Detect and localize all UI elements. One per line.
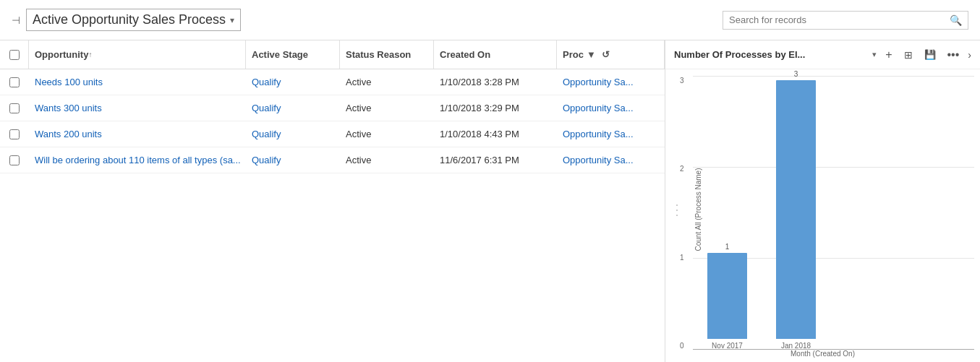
y-tick-3: 3: [680, 77, 684, 85]
created-on-cell: 1/10/2018 3:28 PM: [434, 69, 557, 95]
bar-group-jan2018: 3 Jan 2018: [776, 70, 816, 350]
process-link[interactable]: Opportunity Sa...: [563, 77, 634, 87]
bar-nov2017: [707, 253, 747, 339]
bar-value-jan2018: 3: [794, 70, 798, 78]
bar-value-nov2017: 1: [725, 243, 730, 251]
created-on-cell: 11/6/2017 6:31 PM: [434, 147, 557, 173]
bar-label-jan2018: Jan 2018: [781, 342, 811, 350]
active-stage-link[interactable]: Qualify: [252, 155, 281, 165]
checkbox-header: [0, 40, 29, 69]
y-tick-1: 1: [680, 254, 684, 262]
opportunity-cell: Will be ordering about 110 items of all …: [29, 147, 246, 173]
main-content: Opportunity ↑ Active Stage Status Reason…: [0, 40, 980, 362]
created-on-value: 1/10/2018 4:43 PM: [440, 129, 519, 139]
opportunity-column-header[interactable]: Opportunity ↑: [29, 40, 246, 69]
chart-layout-button[interactable]: ⊞: [901, 48, 916, 62]
bar-label-nov2017: Nov 2017: [712, 342, 743, 350]
x-axis-label: Month (Created On): [665, 350, 980, 362]
chart-title: Number Of Processes by El...: [674, 49, 866, 60]
process-link[interactable]: Opportunity Sa...: [563, 155, 634, 165]
created-on-value: 1/10/2018 3:29 PM: [440, 103, 519, 113]
active-stage-link[interactable]: Qualify: [252, 103, 281, 113]
status-reason-cell: Active: [340, 147, 434, 173]
title-container: Active Opportunity Sales Process ▾: [26, 9, 241, 31]
refresh-icon[interactable]: ↺: [602, 49, 610, 60]
table-row: Wants 200 units Qualify Active 1/10/2018…: [0, 121, 665, 147]
row-checkbox-cell: [0, 69, 29, 95]
created-on-value: 1/10/2018 3:28 PM: [440, 77, 519, 87]
process-column-header: Proc ▼ ↺: [557, 40, 665, 69]
created-on-value: 11/6/2017 6:31 PM: [440, 155, 519, 165]
grid-body: Needs 100 units Qualify Active 1/10/2018…: [0, 69, 665, 362]
status-reason-cell: Active: [340, 121, 434, 147]
filter-icon[interactable]: ▼: [587, 49, 596, 60]
active-stage-cell: Qualify: [246, 121, 340, 147]
y-tick-0: 0: [680, 342, 684, 350]
active-stage-column-header[interactable]: Active Stage: [246, 40, 340, 69]
created-on-cell: 1/10/2018 4:43 PM: [434, 121, 557, 147]
process-link[interactable]: Opportunity Sa...: [563, 129, 634, 139]
search-icon[interactable]: 🔍: [950, 14, 962, 26]
chart-title-dropdown-icon[interactable]: ▾: [872, 50, 877, 59]
status-reason-cell: Active: [340, 95, 434, 121]
process-cell: Opportunity Sa...: [557, 95, 665, 121]
active-stage-link[interactable]: Qualify: [252, 77, 281, 87]
opportunity-header-label: Opportunity: [35, 49, 88, 60]
table-row: Wants 300 units Qualify Active 1/10/2018…: [0, 95, 665, 121]
status-reason-column-header[interactable]: Status Reason: [340, 40, 434, 69]
process-cell: Opportunity Sa...: [557, 69, 665, 95]
header: ⊣ Active Opportunity Sales Process ▾ 🔍: [0, 0, 980, 40]
chart-save-button[interactable]: 💾: [921, 48, 939, 61]
process-cell: Opportunity Sa...: [557, 121, 665, 147]
created-on-header-label: Created On: [440, 49, 490, 60]
row-checkbox[interactable]: [9, 77, 20, 87]
process-cell: Opportunity Sa...: [557, 147, 665, 173]
chart-panel: Number Of Processes by El... ▾ + ⊞ 💾 •••…: [665, 40, 980, 362]
opportunity-link[interactable]: Needs 100 units: [35, 77, 103, 87]
process-header-label: Proc: [563, 49, 584, 60]
opportunity-link[interactable]: Wants 200 units: [35, 129, 102, 139]
opportunity-cell: Needs 100 units: [29, 69, 246, 95]
page-title: Active Opportunity Sales Process: [33, 12, 226, 27]
active-stage-link[interactable]: Qualify: [252, 129, 281, 139]
y-tick-2: 2: [680, 165, 684, 173]
row-checkbox[interactable]: [9, 103, 20, 113]
chart-bars-container: 1 Nov 2017 3 Jan 2018: [693, 77, 974, 350]
chart-add-button[interactable]: +: [882, 47, 895, 63]
opportunity-link[interactable]: Wants 300 units: [35, 103, 102, 113]
row-checkbox-cell: [0, 147, 29, 173]
search-box[interactable]: 🔍: [723, 11, 968, 30]
status-reason-value: Active: [346, 103, 371, 113]
created-on-cell: 1/10/2018 3:29 PM: [434, 95, 557, 121]
active-stage-cell: Qualify: [246, 69, 340, 95]
opportunity-cell: Wants 200 units: [29, 121, 246, 147]
bar-group-nov2017: 1 Nov 2017: [707, 243, 747, 350]
row-checkbox[interactable]: [9, 155, 20, 165]
opportunity-cell: Wants 300 units: [29, 95, 246, 121]
table-row: Will be ordering about 110 items of all …: [0, 147, 665, 173]
sort-asc-icon: ↑: [88, 51, 92, 59]
row-checkbox[interactable]: [9, 129, 20, 139]
status-reason-value: Active: [346, 77, 371, 87]
search-input[interactable]: [729, 14, 950, 25]
chart-more-button[interactable]: •••: [945, 47, 963, 63]
opportunity-link[interactable]: Will be ordering about 110 items of all …: [35, 155, 241, 165]
grid-panel: Opportunity ↑ Active Stage Status Reason…: [0, 40, 665, 362]
title-dropdown-icon[interactable]: ▾: [230, 15, 234, 25]
pin-icon: ⊣: [12, 14, 20, 26]
row-checkbox-cell: [0, 95, 29, 121]
status-reason-value: Active: [346, 129, 371, 139]
status-reason-value: Active: [346, 155, 371, 165]
process-link[interactable]: Opportunity Sa...: [563, 103, 634, 113]
chart-nav-icon[interactable]: ›: [968, 49, 971, 61]
chart-body: ⋮ Count All (Process Name) 0 1 2 3: [665, 69, 980, 350]
status-reason-cell: Active: [340, 69, 434, 95]
row-checkbox-cell: [0, 121, 29, 147]
status-reason-header-label: Status Reason: [346, 49, 411, 60]
active-stage-cell: Qualify: [246, 147, 340, 173]
active-stage-header-label: Active Stage: [252, 49, 308, 60]
chart-header: Number Of Processes by El... ▾ + ⊞ 💾 •••…: [665, 40, 980, 69]
select-all-checkbox[interactable]: [9, 50, 20, 60]
table-row: Needs 100 units Qualify Active 1/10/2018…: [0, 69, 665, 95]
created-on-column-header[interactable]: Created On: [434, 40, 557, 69]
